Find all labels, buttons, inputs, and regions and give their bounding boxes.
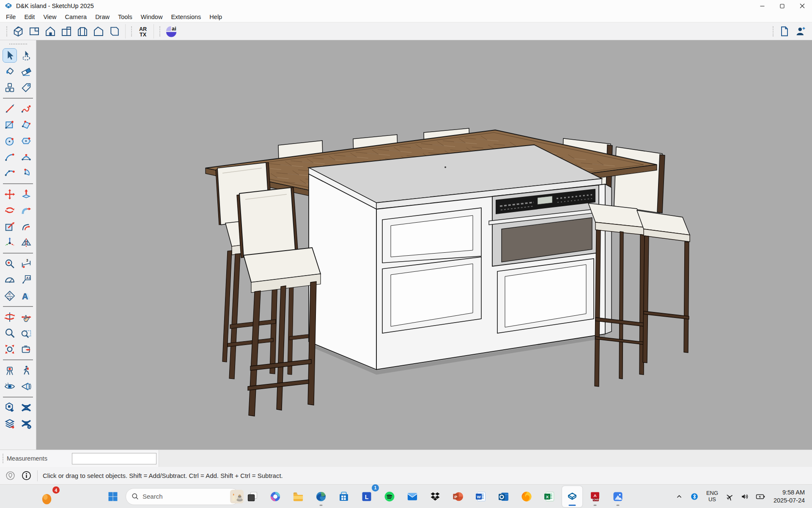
zoom-tool[interactable] <box>3 326 17 340</box>
bluetooth-button[interactable] <box>689 488 700 505</box>
photos-taskbar-button[interactable] <box>608 486 628 507</box>
arc-tool[interactable] <box>3 150 17 164</box>
menu-extensions[interactable]: Extensions <box>167 13 205 21</box>
freehand-tool[interactable] <box>19 102 33 116</box>
eraser-tool[interactable] <box>19 64 33 79</box>
task-view-taskbar-button[interactable] <box>242 486 263 507</box>
close-button[interactable] <box>792 0 812 12</box>
view-iso-button[interactable] <box>10 23 26 39</box>
tape-measure-tool[interactable] <box>3 257 17 271</box>
toolbar-grip[interactable] <box>3 454 3 463</box>
view-top-button[interactable] <box>26 23 42 39</box>
autocad-taskbar-button[interactable]: ACAD <box>585 486 605 507</box>
flip-tool[interactable] <box>19 235 33 250</box>
paint-bucket-tool[interactable] <box>3 64 17 79</box>
toolbar-grip[interactable] <box>773 26 774 36</box>
components-tool[interactable] <box>3 80 17 95</box>
menu-edit[interactable]: Edit <box>20 13 39 21</box>
word-taskbar-button[interactable]: W <box>471 486 491 507</box>
view-left-button[interactable] <box>91 23 107 39</box>
view-front-button[interactable] <box>42 23 58 39</box>
line-tool[interactable] <box>3 102 17 116</box>
pie-tool[interactable] <box>19 166 33 180</box>
tag-tool[interactable] <box>19 80 33 95</box>
menu-window[interactable]: Window <box>137 13 167 21</box>
search-input[interactable] <box>143 493 227 500</box>
powerpoint-taskbar-button[interactable]: P <box>448 486 468 507</box>
ai-extension-button[interactable]: ai <box>163 23 179 39</box>
lasso-select-tool[interactable] <box>19 48 33 63</box>
toolbar-grip[interactable] <box>6 26 7 36</box>
geolocation-button[interactable] <box>4 467 16 484</box>
select-tool[interactable] <box>3 48 17 63</box>
layers-export-tool[interactable] <box>3 417 17 431</box>
wavy-cross-tool[interactable] <box>19 400 33 415</box>
menu-tools[interactable]: Tools <box>114 13 137 21</box>
outlook-taskbar-button[interactable] <box>494 486 514 507</box>
three-d-text-tool[interactable]: AA <box>19 289 33 303</box>
search-highlight-image[interactable] <box>230 490 244 503</box>
walk-tool[interactable] <box>19 363 33 378</box>
ar-tx-button[interactable]: ARTX <box>135 23 151 39</box>
airplane-mode-button[interactable] <box>724 488 736 505</box>
two-point-arc-tool[interactable] <box>19 150 33 164</box>
clock[interactable]: 9:58 AM 2025-07-24 <box>771 488 807 505</box>
axes-tool[interactable] <box>3 235 17 250</box>
rectangle-tool[interactable] <box>3 118 17 132</box>
view-bottom-button[interactable] <box>107 23 123 39</box>
edge-taskbar-button[interactable] <box>311 486 331 507</box>
offset-tool[interactable] <box>19 219 33 234</box>
menu-draw[interactable]: Draw <box>91 13 114 21</box>
section-plane-tool[interactable]: CA-B <box>3 289 17 303</box>
scale-tool[interactable] <box>3 219 17 234</box>
menu-help[interactable]: Help <box>205 13 226 21</box>
bar-stool-right-back[interactable] <box>637 210 690 363</box>
menu-file[interactable]: File <box>2 13 20 21</box>
menu-camera[interactable]: Camera <box>61 13 91 21</box>
microsoft-store-taskbar-button[interactable] <box>334 486 354 507</box>
menu-view[interactable]: View <box>39 13 60 21</box>
language-switcher[interactable]: ENG US <box>704 488 721 505</box>
zoom-extents-tool[interactable] <box>3 342 17 356</box>
copilot-taskbar-button[interactable] <box>265 486 285 507</box>
measurements-input[interactable] <box>72 453 156 464</box>
bar-stool-right-front[interactable] <box>588 203 645 387</box>
view-right-button[interactable] <box>58 23 74 39</box>
start-button[interactable] <box>103 486 123 507</box>
polygon-tool[interactable] <box>19 134 33 148</box>
maximize-button[interactable] <box>772 0 792 12</box>
zoom-window-tool[interactable] <box>19 326 33 340</box>
battery-button[interactable] <box>754 488 766 505</box>
rotated-rectangle-tool[interactable] <box>19 118 33 132</box>
file-explorer-taskbar-button[interactable] <box>288 486 308 507</box>
look-around-tool[interactable] <box>3 379 17 394</box>
bar-stool-left-front[interactable] <box>237 188 321 416</box>
protractor-tool[interactable] <box>3 273 17 287</box>
volume-button[interactable] <box>739 488 751 505</box>
microwave-drawer[interactable] <box>489 185 602 266</box>
tray-chevron-button[interactable] <box>673 488 685 505</box>
excel-taskbar-button[interactable]: X <box>539 486 560 507</box>
minimize-button[interactable] <box>752 0 772 12</box>
three-point-arc-tool[interactable] <box>3 166 17 180</box>
previous-view-tool[interactable] <box>19 342 33 356</box>
wavy-cross-gear-tool[interactable] <box>19 417 33 431</box>
dropbox-taskbar-button[interactable] <box>425 486 445 507</box>
taskbar-search[interactable] <box>126 488 240 505</box>
move-tool[interactable] <box>3 187 17 202</box>
push-pull-tool[interactable] <box>19 187 33 202</box>
position-camera-tool[interactable] <box>3 363 17 378</box>
new-document-button[interactable] <box>776 23 793 39</box>
orbit-tool[interactable] <box>3 310 17 324</box>
warehouse-download-tool[interactable] <box>3 400 17 415</box>
firefox-taskbar-button[interactable] <box>516 486 537 507</box>
rotate-tool[interactable] <box>3 203 17 218</box>
model-scene[interactable] <box>36 40 812 450</box>
toolbar-grip[interactable] <box>131 26 132 36</box>
viewport-canvas[interactable] <box>36 40 812 450</box>
dimension-tool[interactable]: 3 <box>19 257 33 271</box>
mail-taskbar-button[interactable] <box>402 486 422 507</box>
info-button[interactable] <box>20 467 32 484</box>
sign-in-button[interactable] <box>793 23 809 39</box>
follow-me-tool[interactable] <box>19 203 33 218</box>
